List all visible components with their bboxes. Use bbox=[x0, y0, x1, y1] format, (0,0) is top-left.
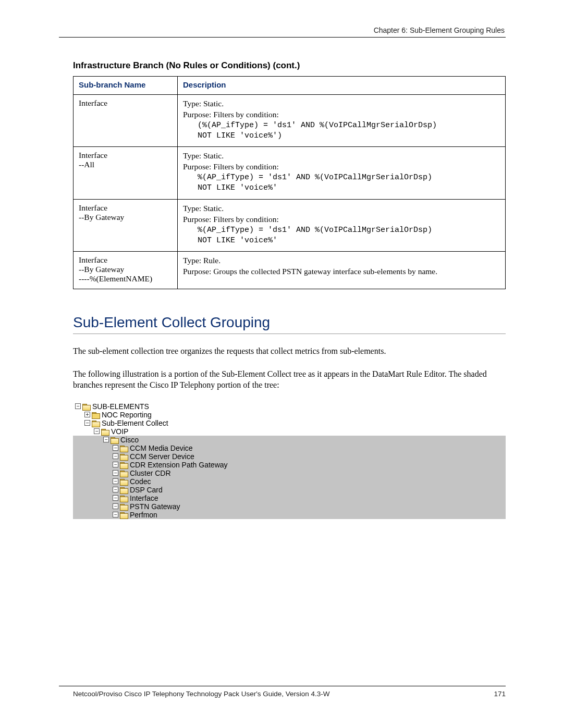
cell-name: Interface --By Gateway bbox=[74, 199, 178, 251]
col-subbranch: Sub-branch Name bbox=[74, 77, 178, 95]
folder-icon bbox=[120, 495, 128, 501]
tree-node: −DSP Card bbox=[73, 486, 506, 494]
tree-label: Interface bbox=[130, 494, 158, 502]
tree-node: +NOC Reporting bbox=[73, 411, 506, 419]
tree-label: CDR Extension Path Gateway bbox=[130, 461, 228, 469]
tree-label: Cisco bbox=[120, 436, 139, 444]
table-row: Interface Type: Static. Purpose: Filters… bbox=[74, 95, 506, 147]
table-row: Interface --All Type: Static. Purpose: F… bbox=[74, 147, 506, 199]
table-row: Interface --By Gateway Type: Static. Pur… bbox=[74, 199, 506, 251]
collapse-icon: − bbox=[94, 428, 100, 434]
table-header-row: Sub-branch Name Description bbox=[74, 77, 506, 95]
tree-label: SUB-ELEMENTS bbox=[92, 402, 149, 411]
paragraph: The sub-element collection tree organize… bbox=[73, 346, 506, 357]
cell-name: Interface bbox=[74, 95, 178, 147]
cell-desc: Type: Rule. Purpose: Groups the collecte… bbox=[178, 252, 506, 289]
folder-icon bbox=[120, 503, 128, 510]
folder-icon bbox=[120, 445, 128, 451]
tree-node: −Interface bbox=[73, 494, 506, 502]
folder-icon bbox=[120, 470, 128, 476]
tree-illustration: −SUB-ELEMENTS+NOC Reporting−Sub-Element … bbox=[73, 402, 506, 519]
collapse-icon: − bbox=[75, 403, 81, 409]
tree-node: −PSTN Gateway bbox=[73, 502, 506, 511]
tree-node: −SUB-ELEMENTS bbox=[73, 402, 506, 411]
tree-label: CCM Media Device bbox=[130, 444, 193, 452]
tree-label: Sub-Element Collect bbox=[102, 419, 168, 427]
collapse-icon: − bbox=[113, 470, 118, 476]
tree-label: DSP Card bbox=[130, 486, 163, 494]
collapse-icon: − bbox=[113, 453, 118, 459]
paragraph: The following illustration is a portion … bbox=[73, 368, 506, 391]
page: Chapter 6: Sub-Element Grouping Rules In… bbox=[0, 0, 563, 728]
folder-icon bbox=[92, 412, 100, 418]
collapse-icon: − bbox=[113, 462, 118, 467]
cell-name: Interface --All bbox=[74, 147, 178, 199]
tree-label: PSTN Gateway bbox=[130, 502, 180, 511]
folder-icon bbox=[120, 453, 128, 460]
rules-table: Sub-branch Name Description Interface Ty… bbox=[73, 76, 506, 289]
table-row: Interface --By Gateway ----%(ElementNAME… bbox=[74, 252, 506, 289]
collapse-icon: − bbox=[113, 445, 118, 451]
folder-icon bbox=[92, 420, 100, 426]
cell-desc: Type: Static. Purpose: Filters by condit… bbox=[178, 147, 506, 199]
collapse-icon: − bbox=[113, 478, 118, 484]
collapse-icon: − bbox=[113, 512, 118, 517]
section-title: Infrastructure Branch (No Rules or Condi… bbox=[73, 60, 506, 71]
tree-node: −Cluster CDR bbox=[73, 469, 506, 477]
heading-sub-element-collect: Sub-Element Collect Grouping bbox=[73, 314, 506, 334]
folder-icon bbox=[120, 462, 128, 468]
folder-icon bbox=[120, 478, 128, 485]
collapse-icon: − bbox=[103, 437, 109, 442]
collapse-icon: − bbox=[84, 420, 90, 426]
tree-node: −CCM Server Device bbox=[73, 452, 506, 461]
cell-desc: Type: Static. Purpose: Filters by condit… bbox=[178, 95, 506, 147]
col-description: Description bbox=[178, 77, 506, 95]
tree-label: Cluster CDR bbox=[130, 469, 171, 477]
footer: Netcool/Proviso Cisco IP Telephony Techn… bbox=[73, 690, 506, 698]
tree-label: CCM Server Device bbox=[130, 452, 194, 461]
tree-node: −VOIP bbox=[73, 427, 506, 436]
collapse-icon: − bbox=[113, 487, 118, 492]
folder-icon bbox=[82, 403, 90, 410]
tree-node: −Sub-Element Collect bbox=[73, 419, 506, 427]
cell-name: Interface --By Gateway ----%(ElementNAME… bbox=[74, 252, 178, 289]
footer-left: Netcool/Proviso Cisco IP Telephony Techn… bbox=[73, 690, 330, 698]
header-rule bbox=[59, 37, 506, 38]
tree-node: −Cisco bbox=[73, 436, 506, 444]
tree-node: −Codec bbox=[73, 477, 506, 486]
folder-icon bbox=[111, 437, 118, 443]
expand-icon: + bbox=[84, 412, 90, 417]
folder-icon bbox=[101, 428, 109, 435]
footer-page: 171 bbox=[494, 690, 506, 698]
tree-label: VOIP bbox=[111, 427, 128, 436]
collapse-icon: − bbox=[113, 503, 118, 509]
footer-rule bbox=[59, 686, 506, 686]
tree-node: −CDR Extension Path Gateway bbox=[73, 461, 506, 469]
folder-icon bbox=[120, 512, 128, 518]
tree-label: Codec bbox=[130, 477, 151, 486]
tree-label: Perfmon bbox=[130, 511, 157, 519]
tree-label: NOC Reporting bbox=[102, 411, 152, 419]
folder-icon bbox=[120, 487, 128, 493]
running-head: Chapter 6: Sub-Element Grouping Rules bbox=[374, 26, 505, 34]
tree-node: −CCM Media Device bbox=[73, 444, 506, 452]
tree-node: −Perfmon bbox=[73, 511, 506, 519]
collapse-icon: − bbox=[113, 495, 118, 501]
cell-desc: Type: Static. Purpose: Filters by condit… bbox=[178, 199, 506, 251]
